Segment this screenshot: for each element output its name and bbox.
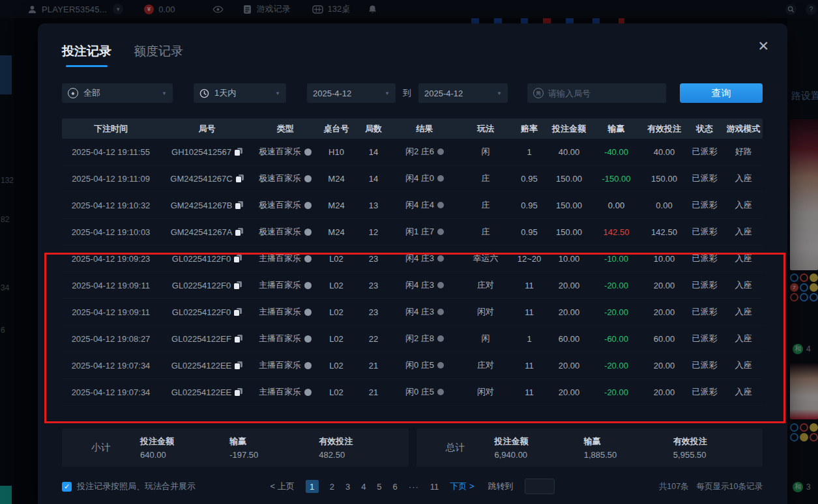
result-detail-icon[interactable] xyxy=(437,335,444,342)
win-loss: -150.00 xyxy=(592,174,641,184)
query-button[interactable]: 查询 xyxy=(680,83,763,103)
round-input[interactable] xyxy=(548,89,652,98)
page-button[interactable]: 6 xyxy=(393,482,398,492)
table-id: L02 xyxy=(316,254,357,264)
category-select[interactable]: ♠ 全部 ▼ xyxy=(62,83,173,103)
record-count-info: 共107条 每页显示10条记录 xyxy=(659,481,763,492)
subtotal-panel: 小计 投注金额 640.00 输赢 -197.50 有效投注 482.50 xyxy=(62,428,409,467)
result-detail-icon[interactable] xyxy=(437,282,444,288)
merge-checkbox[interactable]: ✓ xyxy=(62,482,72,492)
valid-bet: 10.00 xyxy=(641,254,688,264)
close-icon[interactable]: ✕ xyxy=(757,39,769,53)
game-mode: 入座 xyxy=(722,199,765,211)
copy-icon[interactable] xyxy=(236,175,244,182)
copy-icon[interactable] xyxy=(235,335,242,343)
game-type: 主播百家乐 xyxy=(259,306,301,318)
table-row[interactable]: 2025-04-12 19:11:55 GH1025412567 极速百家乐 H… xyxy=(62,139,763,165)
chevron-down-icon: ▼ xyxy=(275,91,280,96)
info-disc-icon[interactable] xyxy=(304,175,312,182)
table-row[interactable]: 2025-04-12 19:10:32 GM242541267B 极速百家乐 M… xyxy=(62,192,763,219)
tab-bet-records[interactable]: 投注记录 xyxy=(62,43,111,67)
result-detail-icon[interactable] xyxy=(437,202,444,208)
table-id: M24 xyxy=(316,201,357,210)
result-detail-icon[interactable] xyxy=(437,309,444,315)
page-button[interactable]: 3 xyxy=(345,482,350,492)
bet-time: 2025-04-12 19:09:11 xyxy=(62,307,160,317)
jump-page-input[interactable] xyxy=(525,479,555,494)
table-row[interactable]: 2025-04-12 19:07:34 GL02254122EE 主播百家乐 L… xyxy=(62,379,763,406)
tab-quota-records[interactable]: 额度记录 xyxy=(134,43,183,67)
table-row[interactable]: 2025-04-12 19:10:03 GM242541267A 极速百家乐 M… xyxy=(62,219,763,245)
page-button[interactable]: ··· xyxy=(409,482,419,492)
game-type: 极速百家乐 xyxy=(259,226,301,238)
table-header-cell: 下注时间 xyxy=(62,123,160,135)
copy-icon[interactable] xyxy=(234,308,242,316)
result-detail-icon[interactable] xyxy=(437,175,444,182)
merge-checkbox-label: 投注记录按照局、玩法合并展示 xyxy=(77,481,196,492)
page-button[interactable]: 5 xyxy=(377,482,381,492)
table-row[interactable]: 2025-04-12 19:09:11 GL02254122F0 主播百家乐 L… xyxy=(62,272,763,299)
date-range-select[interactable]: 1天内 ▼ xyxy=(194,83,286,103)
table-row[interactable]: 2025-04-12 19:07:34 GL02254122EE 主播百家乐 L… xyxy=(62,352,763,379)
info-disc-icon[interactable] xyxy=(304,389,312,396)
win-loss: -20.00 xyxy=(592,387,641,397)
page-button[interactable]: 2 xyxy=(330,482,334,492)
win-loss: -20.00 xyxy=(592,307,641,317)
page-list: 123456···11 xyxy=(306,480,439,493)
result-detail-icon[interactable] xyxy=(437,255,444,262)
valid-bet: 60.00 xyxy=(641,334,688,344)
table-row[interactable]: 2025-04-12 19:11:09 GM242541267C 极速百家乐 M… xyxy=(62,165,763,192)
subtotal-amount: 投注金额 640.00 xyxy=(140,436,229,460)
spade-icon: ♠ xyxy=(68,88,78,98)
next-page-button[interactable]: 下页 > xyxy=(450,481,474,492)
game-mode: 入座 xyxy=(722,253,765,264)
play-type: 庄 xyxy=(459,173,512,184)
table-header-cell: 玩法 xyxy=(459,123,512,135)
table-row[interactable]: 2025-04-12 19:09:11 GL02254122F0 主播百家乐 L… xyxy=(62,299,763,326)
info-disc-icon[interactable] xyxy=(304,202,312,209)
win-loss: -20.00 xyxy=(592,281,641,290)
info-disc-icon[interactable] xyxy=(304,148,312,156)
status: 已派彩 xyxy=(688,306,722,318)
info-disc-icon[interactable] xyxy=(304,229,312,236)
result-detail-icon[interactable] xyxy=(437,148,444,155)
total-valid: 有效投注 5,955.50 xyxy=(673,436,763,460)
date-from-picker[interactable]: 2025-4-12 ▼ xyxy=(307,83,396,103)
date-from-value: 2025-4-12 xyxy=(313,89,351,98)
game-mode: 入座 xyxy=(722,333,765,344)
shoe-number: 23 xyxy=(357,307,390,317)
copy-icon[interactable] xyxy=(235,148,242,156)
odds: 0.95 xyxy=(512,174,546,184)
copy-icon[interactable] xyxy=(234,281,242,289)
page-button[interactable]: 4 xyxy=(361,482,366,492)
result: 闲2 庄6 xyxy=(405,146,434,158)
copy-icon[interactable] xyxy=(235,388,242,396)
copy-icon[interactable] xyxy=(234,255,242,262)
copy-icon[interactable] xyxy=(235,228,243,236)
pagination: < 上页 123456···11 下页 > 跳转到 xyxy=(270,479,554,494)
page-button[interactable]: 1 xyxy=(306,480,319,493)
result-detail-icon[interactable] xyxy=(437,229,444,235)
round-id: GM242541267A xyxy=(171,227,233,237)
copy-icon[interactable] xyxy=(235,201,243,209)
info-disc-icon[interactable] xyxy=(304,362,312,369)
info-disc-icon[interactable] xyxy=(304,309,312,316)
bet-amount: 20.00 xyxy=(546,281,592,290)
info-disc-icon[interactable] xyxy=(304,335,312,343)
table-row[interactable]: 2025-04-12 19:08:27 GL02254122EF 主播百家乐 L… xyxy=(62,326,763,352)
result-detail-icon[interactable] xyxy=(437,362,444,369)
game-type: 主播百家乐 xyxy=(259,333,301,344)
table-header-cell: 游戏模式 xyxy=(722,123,765,135)
copy-icon[interactable] xyxy=(235,361,242,369)
prev-page-button[interactable]: < 上页 xyxy=(270,481,294,492)
date-to-picker[interactable]: 2025-4-12 ▼ xyxy=(418,83,508,103)
bet-time: 2025-04-12 19:10:32 xyxy=(62,201,160,210)
result-detail-icon[interactable] xyxy=(437,389,444,395)
info-disc-icon[interactable] xyxy=(304,282,312,289)
table-header-cell: 输赢 xyxy=(592,123,641,135)
info-disc-icon[interactable] xyxy=(304,255,312,262)
page-button[interactable]: 11 xyxy=(430,482,439,492)
range-value: 1天内 xyxy=(214,87,236,99)
table-row[interactable]: 2025-04-12 19:09:23 GL02254122F0 主播百家乐 L… xyxy=(62,245,763,272)
date-to-value: 2025-4-12 xyxy=(424,89,463,98)
